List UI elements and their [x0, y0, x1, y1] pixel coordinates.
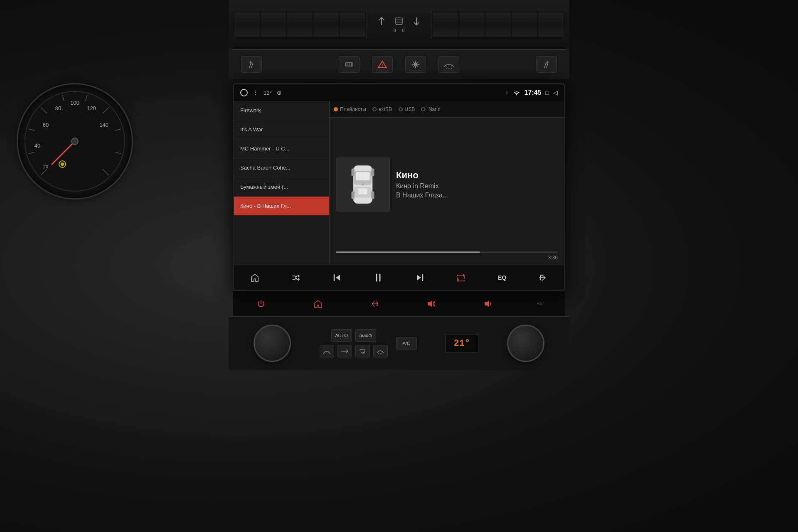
system-buttons: RST — [233, 291, 565, 316]
playlist-sidebar: Firework It's A War MC Hammer - U C... S… — [234, 101, 330, 265]
playlist-item-4[interactable]: Бумажный змей (... — [234, 177, 329, 197]
source-tab-inand-label: iNand — [427, 106, 440, 112]
home-btn[interactable] — [244, 269, 265, 286]
back-sys-btn[interactable] — [365, 296, 385, 312]
eq-btn[interactable]: EQ — [492, 269, 512, 286]
menu-icon[interactable]: ⋮ — [253, 89, 259, 96]
back-arrow-btn[interactable] — [533, 269, 554, 286]
source-tab-inand[interactable]: iNand — [421, 106, 440, 112]
main-screen: ⋮ 12° ⊕ + 17:45 □ ◁ — [233, 83, 565, 291]
now-playing: Плейлисты extSD USB iNand — [330, 101, 564, 265]
car-top-view-icon — [346, 162, 379, 207]
heat-btn[interactable] — [339, 56, 360, 73]
fan-speed-btn[interactable] — [337, 345, 352, 357]
svg-rect-36 — [352, 169, 355, 176]
wifi-icon — [513, 90, 520, 96]
progress-time: 3:36 — [336, 255, 558, 261]
power-sys-btn[interactable] — [251, 296, 271, 312]
home-sys-btn[interactable] — [308, 296, 328, 312]
svg-point-44 — [362, 183, 364, 186]
progress-bar[interactable] — [336, 251, 558, 253]
track-album: Кино in Remix — [396, 182, 558, 190]
source-tab-usb-label: USB — [405, 106, 415, 112]
source-tabs: Плейлисты extSD USB iNand — [330, 101, 564, 118]
svg-rect-39 — [371, 192, 374, 199]
svg-marker-51 — [428, 300, 432, 307]
svg-text:80: 80 — [55, 105, 61, 111]
svg-rect-37 — [371, 169, 374, 176]
source-tab-usb[interactable]: USB — [399, 106, 415, 112]
svg-text:!: ! — [382, 63, 383, 67]
back-icon[interactable]: ◁ — [553, 89, 558, 96]
rear-defrost-btn[interactable] — [405, 56, 426, 73]
source-radio-playlists — [334, 107, 338, 111]
status-right: + 17:45 □ ◁ — [505, 89, 558, 96]
player-area: Кино Кино in Remix В Наших Глаза... — [330, 118, 564, 251]
status-bar: ⋮ 12° ⊕ + 17:45 □ ◁ — [234, 84, 564, 101]
playlist-item-3[interactable]: Sacha Baron Cohe... — [234, 158, 329, 177]
svg-marker-45 — [336, 275, 340, 281]
circle-icon — [240, 89, 248, 96]
source-tab-extsd-label: extSD — [379, 106, 392, 112]
recirc-btn[interactable] — [355, 345, 370, 357]
svg-text:20: 20 — [43, 164, 48, 169]
svg-text:120: 120 — [87, 105, 96, 111]
seat-heat-left-btn[interactable] — [241, 56, 262, 73]
climate-buttons-row: ! — [229, 50, 569, 79]
svg-rect-38 — [352, 192, 355, 199]
front-defrost-btn[interactable] — [438, 56, 459, 73]
fan-dir-btn[interactable] — [320, 345, 334, 357]
svg-text:140: 140 — [99, 122, 108, 128]
lower-controls: AUTO max⊙ — [229, 316, 569, 370]
temperature-icon: 12° — [264, 90, 272, 96]
ac-btn[interactable]: A/C — [396, 337, 417, 350]
progress-area: 3:36 — [330, 251, 564, 265]
svg-text:100: 100 — [70, 100, 79, 106]
prev-btn[interactable] — [327, 269, 347, 286]
source-radio-inand — [421, 107, 425, 111]
temp-display: 21° — [445, 335, 478, 352]
max-btn[interactable]: max⊙ — [355, 329, 376, 342]
repeat-btn[interactable] — [451, 269, 471, 286]
playlist-item-0[interactable]: Firework — [234, 101, 329, 120]
hazard-btn[interactable]: ! — [372, 56, 393, 73]
bluetooth-icon: + — [505, 89, 508, 96]
vol-down-sys-btn[interactable] — [478, 296, 499, 312]
playlist-item-2[interactable]: MC Hammer - U C... — [234, 139, 329, 158]
screen-icon: □ — [546, 89, 549, 96]
rst-label: RST — [535, 301, 547, 306]
svg-point-19 — [71, 138, 78, 145]
playlist-item-1[interactable]: It's A War — [234, 120, 329, 139]
speedometer: 60 40 80 100 120 140 20 — [17, 83, 133, 200]
eq-label: EQ — [498, 274, 506, 281]
next-btn[interactable] — [409, 269, 430, 286]
source-tab-extsd[interactable]: extSD — [372, 106, 392, 112]
pause-btn[interactable] — [368, 269, 389, 286]
status-left: ⋮ 12° ⊕ — [240, 89, 282, 96]
source-radio-usb — [399, 107, 403, 111]
source-tab-playlists-label: Плейлисты — [340, 106, 366, 112]
playlist-item-5[interactable]: Кино - В Наших Гл... — [234, 197, 329, 216]
track-info: Кино Кино in Remix В Наших Глаза... — [396, 170, 558, 199]
air-vents-top: 0 0 — [229, 0, 569, 50]
shuffle-btn[interactable] — [286, 269, 306, 286]
progress-fill — [336, 251, 480, 253]
climate-icons-left: AUTO max⊙ — [320, 329, 388, 357]
climate-center: AUTO max⊙ — [320, 329, 417, 357]
auto-btn[interactable]: AUTO — [331, 329, 352, 342]
svg-rect-22 — [396, 18, 402, 25]
vol-up-sys-btn[interactable] — [421, 296, 442, 312]
temp-knob-right[interactable] — [507, 325, 544, 362]
source-radio-extsd — [372, 107, 377, 111]
temp-knob-left[interactable] — [254, 325, 291, 362]
source-tab-playlists[interactable]: Плейлисты — [334, 106, 366, 112]
album-art — [336, 158, 390, 212]
playback-controls: EQ — [234, 265, 564, 290]
svg-text:40: 40 — [34, 143, 40, 149]
track-title: В Наших Глаза... — [396, 192, 558, 199]
seat-heat-right-btn[interactable] — [536, 56, 557, 73]
dashboard: 60 40 80 100 120 140 20 — [0, 0, 798, 532]
defrost-front-btn[interactable] — [373, 345, 388, 357]
svg-marker-49 — [417, 275, 421, 281]
svg-text:60: 60 — [43, 122, 49, 128]
